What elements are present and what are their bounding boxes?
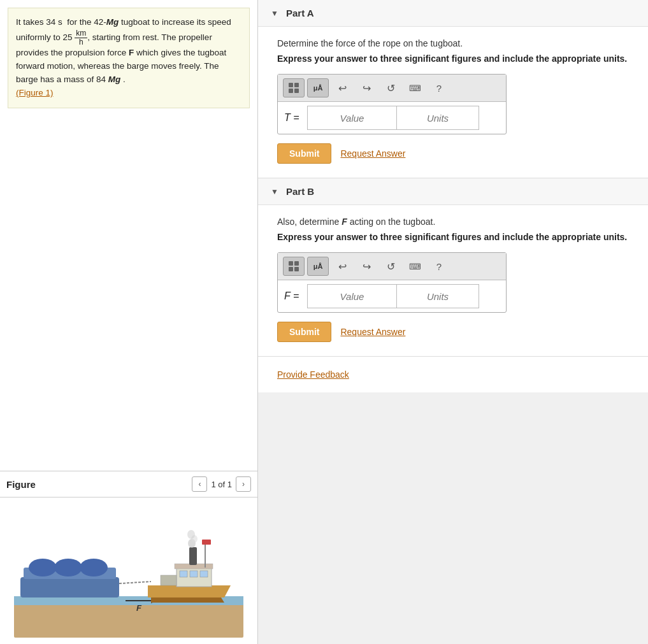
figure-header: Figure ‹ 1 of 1 ›	[0, 471, 257, 497]
figure-nav-count: 1 of 1	[211, 480, 232, 489]
part-b-help-btn[interactable]: ?	[428, 257, 450, 276]
part-b-answer-box: μÅ ↩ ↪ ↺ ⌨ ? F =	[277, 252, 507, 313]
svg-rect-26	[294, 89, 299, 93]
part-a-variable: T =	[284, 112, 302, 124]
part-a-reset-btn[interactable]: ↺	[380, 78, 401, 97]
part-a-instruction: Express your answer to three significant…	[277, 54, 629, 64]
part-a-submit-button[interactable]: Submit	[277, 143, 331, 164]
part-b-submit-button[interactable]: Submit	[277, 322, 331, 342]
right-panel: ▼ Part A Determine the force of the rope…	[258, 0, 648, 644]
figure-title: Figure	[6, 479, 36, 490]
figure-1-link[interactable]: (Figure 1)	[16, 88, 54, 97]
svg-point-6	[80, 559, 108, 576]
figure-next-button[interactable]: ›	[236, 476, 251, 492]
svg-rect-30	[294, 267, 299, 271]
part-a-submit-row: Submit Request Answer	[277, 143, 629, 164]
figure-nav: ‹ 1 of 1 ›	[192, 476, 251, 492]
part-a-format-btn[interactable]: μÅ	[307, 78, 329, 97]
part-b-variable: F =	[284, 290, 302, 302]
problem-text-box: It takes 34 s for the 42-Mg tugboat to i…	[8, 8, 250, 108]
part-b-collapse-icon: ▼	[270, 187, 280, 197]
part-b-answer-row: F =	[278, 280, 506, 312]
figure-prev-button[interactable]: ‹	[192, 476, 207, 492]
problem-text: It takes 34 s for the 42-Mg tugboat to i…	[16, 17, 231, 97]
part-a-units-input[interactable]	[396, 106, 479, 130]
part-b-matrix-btn[interactable]	[283, 257, 305, 276]
part-a-undo-btn[interactable]: ↩	[331, 78, 353, 97]
part-b-reset-btn[interactable]: ↺	[380, 257, 401, 276]
format-label: μÅ	[313, 84, 323, 92]
part-a-matrix-btn[interactable]	[283, 78, 305, 97]
part-a-value-input[interactable]	[307, 106, 396, 130]
svg-rect-28	[294, 261, 299, 266]
svg-point-5	[54, 559, 82, 576]
part-b-redo-btn[interactable]: ↪	[356, 257, 377, 276]
part-b-header[interactable]: ▼ Part B	[258, 178, 648, 205]
svg-rect-14	[200, 571, 208, 577]
part-b-submit-row: Submit Request Answer	[277, 322, 629, 342]
svg-rect-0	[14, 603, 243, 638]
part-a-answer-box: μÅ ↩ ↪ ↺ ⌨ ? T =	[277, 74, 507, 134]
part-a-answer-row: T =	[278, 102, 506, 134]
part-b-body: Also, determine F acting on the tugboat.…	[258, 205, 648, 356]
part-b-format-btn[interactable]: μÅ	[307, 257, 329, 276]
part-b-undo-btn[interactable]: ↩	[331, 257, 353, 276]
part-a-body: Determine the force of the rope on the t…	[258, 27, 648, 178]
part-a-question: Determine the force of the rope on the t…	[277, 38, 629, 48]
figure-section: Figure ‹ 1 of 1 ›	[0, 471, 257, 644]
provide-feedback-section: Provide Feedback	[258, 357, 648, 392]
part-b-label: Part B	[286, 186, 314, 197]
svg-rect-13	[190, 571, 198, 577]
part-b-keyboard-btn[interactable]: ⌨	[404, 257, 426, 276]
svg-line-7	[119, 582, 151, 583]
svg-rect-29	[289, 267, 293, 271]
part-a-header[interactable]: ▼ Part A	[258, 0, 648, 27]
part-b-question-text2: acting on the tugboat.	[350, 217, 436, 227]
part-b-toolbar: μÅ ↩ ↪ ↺ ⌨ ?	[278, 253, 506, 280]
svg-rect-21	[202, 540, 211, 545]
svg-rect-27	[289, 261, 293, 266]
svg-rect-12	[180, 571, 187, 577]
svg-rect-25	[289, 89, 293, 93]
part-b-request-answer-link[interactable]: Request Answer	[340, 327, 405, 337]
svg-point-4	[29, 559, 57, 576]
provide-feedback-link[interactable]: Provide Feedback	[258, 357, 648, 392]
svg-point-19	[187, 530, 195, 539]
part-a-label: Part A	[286, 8, 314, 18]
svg-rect-2	[20, 577, 119, 597]
matrix-icon-b	[288, 261, 299, 272]
figure-image-area: F	[0, 497, 257, 644]
svg-rect-22	[161, 575, 176, 585]
part-a-help-btn[interactable]: ?	[428, 78, 450, 97]
svg-rect-23	[289, 83, 293, 87]
part-b-question-var: F	[342, 217, 349, 227]
left-panel: It takes 34 s for the 42-Mg tugboat to i…	[0, 0, 258, 644]
part-a-request-answer-link[interactable]: Request Answer	[340, 148, 405, 159]
part-a-redo-btn[interactable]: ↪	[356, 78, 377, 97]
part-a-toolbar: μÅ ↩ ↪ ↺ ⌨ ?	[278, 75, 506, 102]
part-a-section: ▼ Part A Determine the force of the rope…	[258, 0, 648, 178]
svg-rect-24	[294, 83, 299, 87]
format-label-b: μÅ	[313, 262, 323, 270]
svg-rect-16	[189, 547, 197, 565]
part-b-value-input[interactable]	[307, 284, 396, 308]
part-b-question-text1: Also, determine	[277, 217, 339, 227]
matrix-icon	[288, 82, 299, 94]
part-b-instruction: Express your answer to three significant…	[277, 232, 629, 242]
part-b-question: Also, determine F acting on the tugboat.	[277, 217, 629, 227]
part-b-units-input[interactable]	[396, 284, 479, 308]
part-b-section: ▼ Part B Also, determine F acting on the…	[258, 178, 648, 357]
tugboat-illustration: F	[14, 504, 243, 638]
part-a-keyboard-btn[interactable]: ⌨	[404, 78, 426, 97]
svg-text:F: F	[136, 603, 142, 613]
part-a-collapse-icon: ▼	[270, 8, 280, 18]
